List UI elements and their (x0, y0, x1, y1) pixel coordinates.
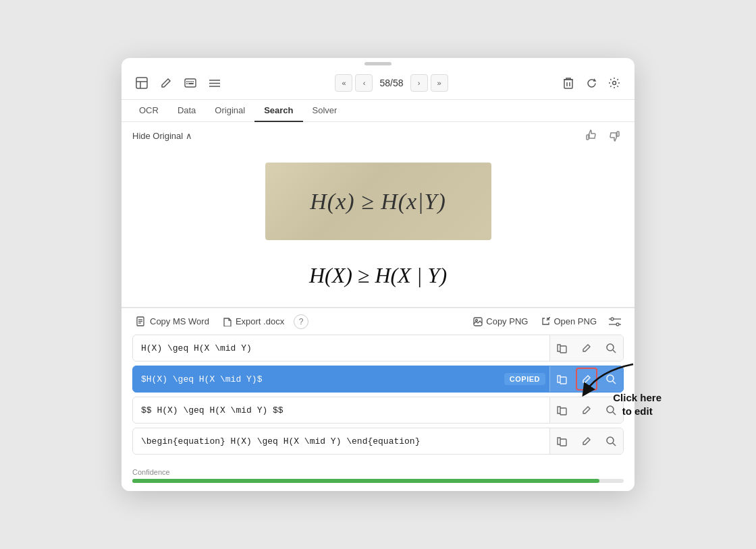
svg-point-27 (611, 318, 614, 320)
search-button-2[interactable] (599, 366, 623, 392)
edit-button-1[interactable] (574, 335, 599, 361)
svg-point-16 (613, 82, 616, 85)
code-rows: H(X) \geq H(X \mid Y) (122, 335, 634, 464)
confidence-bar-fill (132, 479, 599, 483)
copy-ms-word-button[interactable]: Copy MS Word (132, 314, 213, 329)
code-row-1: H(X) \geq H(X \mid Y) (132, 335, 624, 362)
keyboard-button[interactable] (181, 74, 200, 92)
tab-solver[interactable]: Solver (303, 100, 347, 122)
hide-original-label: Hide Original (132, 131, 183, 141)
confidence-label: Confidence (132, 468, 624, 476)
delete-button[interactable] (559, 74, 578, 92)
prev-page-button[interactable]: ‹ (355, 74, 373, 92)
copy-png-label: Copy PNG (486, 316, 528, 326)
toolbar-center: « ‹ 58/58 › » (230, 74, 554, 92)
copy-latex-button-1[interactable] (550, 335, 574, 361)
svg-rect-30 (560, 346, 566, 353)
export-docx-button[interactable]: Export .docx (219, 314, 288, 329)
copy-latex-button-4[interactable] (550, 428, 574, 454)
bottom-toolbar: Copy MS Word Export .docx ? Copy PNG (122, 308, 634, 335)
row-actions-2 (549, 366, 623, 392)
copy-latex-button-3[interactable] (550, 397, 574, 423)
tab-original[interactable]: Original (205, 100, 254, 122)
svg-rect-39 (560, 439, 566, 446)
tab-search[interactable]: Search (254, 100, 302, 122)
svg-rect-17 (587, 135, 589, 140)
rendered-math-area: H(X) ≥ H(X | Y) (122, 247, 634, 307)
row-actions-3 (549, 397, 623, 423)
confidence-bar-background (132, 479, 624, 483)
row-actions-1 (549, 335, 623, 361)
row-actions-4 (549, 428, 623, 454)
svg-point-24 (476, 319, 478, 321)
toolbar-left (132, 74, 224, 92)
main-window: « ‹ 58/58 › » (122, 58, 634, 491)
copied-badge: COPIED (504, 373, 545, 385)
svg-rect-33 (560, 377, 566, 384)
code-row-4: \begin{equation} H(X) \geq H(X \mid Y) \… (132, 428, 624, 455)
help-button[interactable]: ? (294, 314, 308, 329)
rendered-math: H(X) ≥ H(X | Y) (309, 263, 447, 288)
hide-original-button[interactable]: Hide Original ∧ (132, 131, 192, 141)
svg-point-34 (607, 375, 614, 382)
code-text-1: H(X) \geq H(X \mid Y) (133, 337, 549, 359)
edit-button-4[interactable] (574, 428, 599, 454)
confidence-area: Confidence (122, 464, 634, 491)
code-row-2: $H(X) \geq H(X \mid Y)$ COPIED (132, 366, 624, 393)
code-text-3: $$ H(X) \geq H(X \mid Y) $$ (133, 399, 549, 422)
copy-ms-word-label: Copy MS Word (150, 316, 209, 326)
last-page-button[interactable]: » (431, 74, 448, 92)
svg-rect-36 (560, 408, 566, 415)
help-label: ? (299, 317, 304, 326)
next-page-button[interactable]: › (410, 74, 428, 92)
copy-png-button[interactable]: Copy PNG (469, 314, 532, 329)
svg-point-37 (607, 406, 614, 413)
menu-button[interactable] (205, 74, 224, 92)
display-mode-button[interactable] (132, 74, 151, 92)
hide-original-bar: Hide Original ∧ (122, 122, 634, 149)
code-text-2: $H(X) \geq H(X \mid Y)$ (133, 368, 504, 391)
tab-data[interactable]: Data (168, 100, 205, 122)
open-png-button[interactable]: Open PNG (537, 314, 601, 329)
refresh-button[interactable] (582, 74, 601, 92)
resize-handle (122, 58, 634, 67)
open-png-label: Open PNG (554, 316, 597, 326)
edit-button-2[interactable] (576, 368, 597, 391)
math-handwritten-image: H(x) ≥ H(x|Y) (265, 163, 491, 240)
edit-mode-button[interactable] (157, 74, 176, 92)
toolbar-right (559, 74, 624, 92)
feedback-buttons (582, 126, 624, 145)
search-button-4[interactable] (599, 428, 623, 454)
toolbar: « ‹ 58/58 › » (122, 67, 634, 100)
settings-button[interactable] (605, 74, 624, 92)
svg-line-41 (613, 443, 616, 446)
svg-point-40 (607, 437, 614, 444)
first-page-button[interactable]: « (335, 74, 352, 92)
tab-ocr[interactable]: OCR (130, 100, 168, 122)
output-settings-button[interactable] (606, 314, 624, 329)
export-docx-label: Export .docx (236, 316, 284, 326)
tabs-bar: OCR Data Original Search Solver (122, 100, 634, 122)
svg-point-31 (607, 344, 614, 351)
svg-rect-13 (564, 80, 572, 88)
hide-original-arrow: ∧ (186, 131, 192, 141)
code-text-4: \begin{equation} H(X) \geq H(X \mid Y) \… (133, 430, 549, 453)
code-row-3: $$ H(X) \geq H(X \mid Y) $$ (132, 397, 624, 424)
thumbs-down-button[interactable] (605, 126, 624, 145)
svg-line-38 (613, 412, 616, 415)
copy-latex-button-2[interactable] (550, 366, 574, 392)
edit-button-3[interactable] (574, 397, 599, 423)
search-button-1[interactable] (599, 335, 623, 361)
svg-point-29 (616, 323, 619, 326)
search-button-3[interactable] (599, 397, 623, 423)
page-indicator: 58/58 (375, 78, 407, 88)
svg-line-32 (613, 350, 616, 353)
image-area: H(x) ≥ H(x|Y) (122, 149, 634, 247)
svg-rect-0 (136, 78, 147, 88)
svg-line-35 (613, 381, 616, 384)
thumbs-up-button[interactable] (582, 126, 601, 145)
svg-rect-18 (617, 132, 619, 136)
